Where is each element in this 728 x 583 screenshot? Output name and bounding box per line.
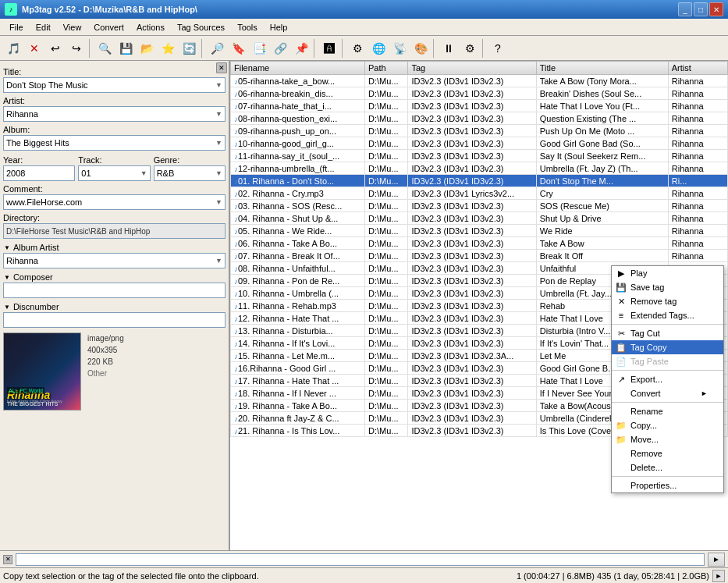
table-row[interactable]: ♪09-rihanna-push_up_on... D:\Mu... ID3v2… [231, 125, 728, 137]
table-row[interactable]: ♪11-rihanna-say_it_(soul_... D:\Mu... ID… [231, 150, 728, 162]
star-button[interactable]: ⭐ [158, 38, 178, 59]
table-row[interactable]: ♪07. Rihanna - Break It Of... D:\Mu... I… [231, 250, 728, 262]
delete-button[interactable]: ✕ [24, 38, 44, 59]
undo-button[interactable]: ↩ [45, 38, 66, 59]
close-button[interactable]: ✕ [709, 2, 723, 16]
context-menu-item-tag-cut[interactable]: ✂ Tag Cut [612, 326, 723, 340]
menu-file[interactable]: File [3, 19, 30, 35]
context-menu-item-remove-tag[interactable]: ✕ Remove tag [612, 294, 723, 308]
album-artist-field[interactable]: Rihanna ▼ [3, 253, 226, 268]
table-row[interactable]: ♪04. Rihanna - Shut Up &... D:\Mu... ID3… [231, 212, 728, 225]
status-scroll-right[interactable]: ► [712, 570, 725, 582]
composer-header[interactable]: Composer [3, 272, 226, 283]
pipe-button[interactable]: ⏸ [439, 38, 459, 59]
table-row[interactable]: ♪08-rihanna-question_exi... D:\Mu... ID3… [231, 112, 728, 125]
table-row[interactable]: ♪06. Rihanna - Take A Bo... D:\Mu... ID3… [231, 237, 728, 250]
genre-dropdown-arrow[interactable]: ▼ [215, 169, 222, 177]
genre-field[interactable]: R&B ▼ [154, 165, 226, 181]
action3-button[interactable]: 🌐 [368, 38, 389, 59]
track-dropdown-arrow[interactable]: ▼ [140, 169, 147, 177]
title-field[interactable]: Don't Stop The Music ▼ [3, 77, 226, 93]
album-art[interactable]: Rihanna THE BIGGEST HITS ALL PC World Fr… [3, 332, 81, 411]
cell-path: D:\Mu... [365, 362, 408, 375]
table-row[interactable]: ♪05-rihanna-take_a_bow... D:\Mu... ID3v2… [231, 75, 728, 87]
table-row[interactable]: ♪06-rihanna-breakin_dis... D:\Mu... ID3v… [231, 87, 728, 100]
minimize-button[interactable]: _ [678, 2, 692, 16]
context-menu-item-properties-[interactable]: Properties... [612, 478, 723, 492]
action5-button[interactable]: 🎨 [410, 38, 431, 59]
redo-button[interactable]: ↪ [66, 38, 87, 59]
comment-field[interactable]: www.FileHorse.com ▼ [3, 194, 226, 210]
title-dropdown-arrow[interactable]: ▼ [215, 81, 222, 89]
col-path[interactable]: Path [365, 62, 408, 75]
discnumber-header[interactable]: Discnumber [3, 301, 226, 312]
menu-tools[interactable]: Tools [231, 19, 264, 35]
menu-edit[interactable]: Edit [30, 19, 57, 35]
help-button[interactable]: ? [488, 38, 508, 59]
save-button[interactable]: 💾 [115, 38, 136, 59]
context-menu-item-move-[interactable]: 📁 Move... [612, 432, 723, 446]
refresh-button[interactable]: 🔄 [179, 38, 199, 59]
table-row[interactable]: ♪07-rihanna-hate_that_i... D:\Mu... ID3v… [231, 100, 728, 112]
settings-button[interactable]: ⚙ [460, 38, 480, 59]
filter1-button[interactable]: 🔎 [207, 38, 227, 59]
ctx-item-label: Tag Paste [630, 357, 669, 366]
year-field[interactable]: 2008 [3, 165, 75, 181]
filter2-button[interactable]: 🔖 [228, 38, 248, 59]
title-bar-controls[interactable]: _ □ ✕ [678, 2, 723, 16]
new-button[interactable]: 🎵 [3, 38, 23, 59]
file-table-header: Filename Path Tag Title Artist [231, 62, 728, 75]
action1-button[interactable]: 🅰 [319, 38, 339, 59]
table-row[interactable]: ♪03. Rihanna - SOS (Resc... D:\Mu... ID3… [231, 200, 728, 212]
menu-help[interactable]: Help [264, 19, 294, 35]
maximize-button[interactable]: □ [694, 2, 708, 16]
filter3-button[interactable]: 📑 [249, 38, 269, 59]
col-artist[interactable]: Artist [668, 62, 727, 75]
table-row[interactable]: ♪10-rihanna-good_girl_g... D:\Mu... ID3v… [231, 137, 728, 150]
table-row[interactable]: ♪01. Rihanna - Don't Sto... D:\Mu... ID3… [231, 175, 728, 187]
tag-input[interactable] [16, 553, 705, 566]
mp3-icon: ♪ [234, 140, 238, 148]
menu-convert[interactable]: Convert [87, 19, 130, 35]
directory-field: D:\FileHorse Test Music\R&B and HipHop [3, 223, 226, 239]
context-menu-item-play[interactable]: ▶ Play [612, 266, 723, 280]
context-menu-item-delete-[interactable]: Delete... [612, 460, 723, 475]
context-menu-item-copy-[interactable]: 📁 Copy... [612, 418, 723, 432]
col-tag[interactable]: Tag [408, 62, 536, 75]
context-menu-item-tag-copy[interactable]: 📋 Tag Copy [612, 340, 723, 354]
table-row[interactable]: ♪02. Rihanna - Cry.mp3 D:\Mu... ID3v2.3 … [231, 187, 728, 200]
action2-button[interactable]: ⚙ [347, 38, 368, 59]
composer-field[interactable] [3, 283, 226, 298]
context-menu-item-rename[interactable]: Rename [612, 404, 723, 418]
track-field[interactable]: 01 ▼ [78, 165, 150, 181]
col-filename[interactable]: Filename [231, 62, 365, 75]
tag-bar-close[interactable]: ✕ [3, 555, 12, 564]
artist-field[interactable]: Rihanna ▼ [3, 106, 226, 122]
table-row[interactable]: ♪05. Rihanna - We Ride... D:\Mu... ID3v2… [231, 225, 728, 237]
context-menu-item-save-tag[interactable]: 💾 Save tag [612, 280, 723, 294]
cell-filename: ♪02. Rihanna - Cry.mp3 [231, 187, 365, 200]
album-artist-dropdown-arrow[interactable]: ▼ [215, 257, 222, 265]
context-menu-item-remove[interactable]: Remove [612, 446, 723, 460]
open-folder-button[interactable]: 📂 [137, 38, 157, 59]
comment-dropdown-arrow[interactable]: ▼ [215, 198, 222, 206]
col-title[interactable]: Title [536, 62, 668, 75]
tag-go-button[interactable]: ► [708, 553, 725, 567]
album-artist-header[interactable]: Album Artist [3, 242, 226, 253]
context-menu-item-convert[interactable]: Convert ► [612, 386, 723, 400]
album-dropdown-arrow[interactable]: ▼ [215, 139, 222, 147]
tag-sources-button[interactable]: 🔍 [94, 38, 115, 59]
artist-dropdown-arrow[interactable]: ▼ [215, 110, 222, 118]
filter5-button[interactable]: 📌 [291, 38, 311, 59]
menu-view[interactable]: View [57, 19, 88, 35]
action4-button[interactable]: 📡 [389, 38, 410, 59]
close-panel-button[interactable]: ✕ [216, 62, 227, 73]
discnumber-field[interactable] [3, 312, 226, 328]
table-row[interactable]: ♪12-rihanna-umbrella_(ft... D:\Mu... ID3… [231, 162, 728, 175]
context-menu-item-export-[interactable]: ↗ Export... [612, 372, 723, 386]
album-field[interactable]: The Biggest Hits ▼ [3, 135, 226, 151]
context-menu-item-extended-tags-[interactable]: ≡ Extended Tags... [612, 308, 723, 322]
menu-actions[interactable]: Actions [130, 19, 171, 35]
filter4-button[interactable]: 🔗 [270, 38, 290, 59]
menu-tag-sources[interactable]: Tag Sources [171, 19, 231, 35]
